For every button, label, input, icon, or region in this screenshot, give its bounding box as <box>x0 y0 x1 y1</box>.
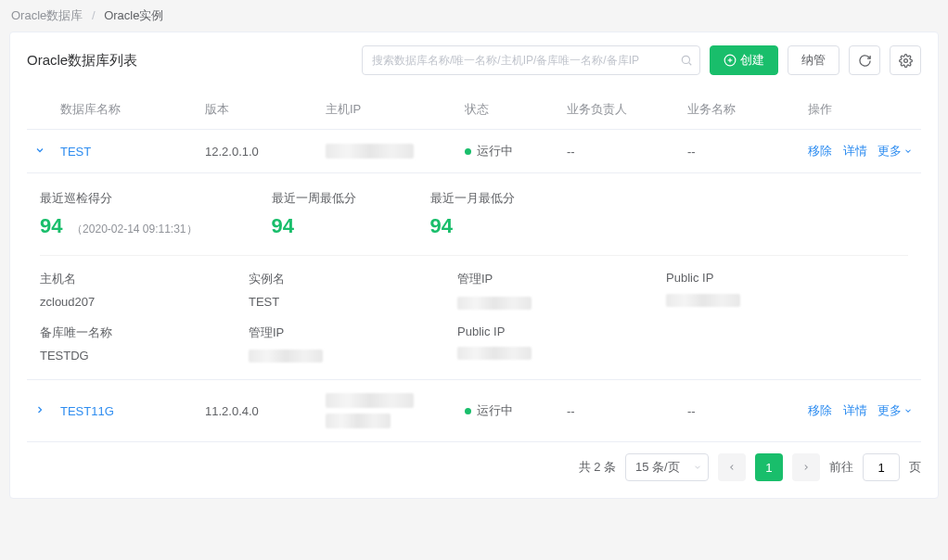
remove-link[interactable]: 移除 <box>808 144 832 158</box>
settings-button[interactable] <box>890 45 921 75</box>
create-button[interactable]: 创建 <box>710 45 778 75</box>
score-month-label: 最近一月最低分 <box>430 190 515 207</box>
score-recent-label: 最近巡检得分 <box>40 190 198 207</box>
pagination: 共 2 条 15 条/页 1 前往 页 <box>27 442 921 485</box>
page-title: Oracle数据库列表 <box>27 52 352 70</box>
db-version: 12.2.0.1.0 <box>198 130 318 173</box>
host-value: zcloud207 <box>40 295 193 309</box>
col-actions: 操作 <box>801 88 921 130</box>
expand-toggle[interactable] <box>34 145 45 156</box>
pagination-total: 共 2 条 <box>579 459 616 476</box>
breadcrumb-parent[interactable]: Oracle数据库 <box>11 8 83 22</box>
goto-suffix: 页 <box>909 459 921 476</box>
remove-link[interactable]: 移除 <box>808 403 832 417</box>
row-actions: 移除 详情 更多 <box>801 380 921 442</box>
mgmt-ip-label2: 管理IP <box>249 325 402 341</box>
expanded-detail-row: 最近巡检得分 94 （2020-02-14 09:11:31） 最近一周最低分 … <box>27 173 921 380</box>
public-ip-label2: Public IP <box>457 325 610 338</box>
table-row: TEST11G 11.2.0.4.0 运行中 -- -- 移除 详情 更多 <box>27 380 921 442</box>
score-week-label: 最近一周最低分 <box>272 190 356 207</box>
col-status: 状态 <box>457 88 559 130</box>
db-biz: -- <box>680 380 801 442</box>
more-link[interactable]: 更多 <box>878 402 913 419</box>
score-month-value: 94 <box>430 214 453 238</box>
breadcrumb-separator: / <box>92 8 96 22</box>
col-name: 数据库名称 <box>53 88 198 130</box>
table-header-row: 数据库名称 版本 主机IP 状态 业务负责人 业务名称 操作 <box>27 88 921 130</box>
mgmt-ip-value <box>457 295 610 310</box>
page-number-button[interactable]: 1 <box>755 453 783 481</box>
instance-label: 实例名 <box>249 271 402 287</box>
db-version: 11.2.0.4.0 <box>198 380 318 442</box>
public-ip-label: Public IP <box>666 271 819 285</box>
goto-page-input[interactable] <box>863 453 900 481</box>
main-panel: Oracle数据库列表 创建 纳管 <box>9 32 939 499</box>
db-owner: -- <box>559 380 680 442</box>
next-page-button[interactable] <box>792 453 820 481</box>
search-input[interactable] <box>362 45 700 75</box>
gear-icon <box>899 54 913 68</box>
public-ip-value <box>666 292 819 307</box>
db-owner: -- <box>559 130 680 173</box>
chevron-down-icon <box>903 406 913 415</box>
col-host-ip: 主机IP <box>318 88 457 130</box>
table-row: TEST 12.2.0.1.0 运行中 -- -- 移除 详情 更多 <box>27 130 921 173</box>
chevron-left-icon <box>727 463 737 472</box>
instance-value: TEST <box>249 295 402 309</box>
more-link[interactable]: 更多 <box>878 143 913 159</box>
status-dot-icon <box>465 408 471 414</box>
db-biz: -- <box>680 130 801 173</box>
standby-label: 备库唯一名称 <box>40 325 193 341</box>
database-table: 数据库名称 版本 主机IP 状态 业务负责人 业务名称 操作 <box>27 88 921 442</box>
manage-button[interactable]: 纳管 <box>788 45 839 75</box>
db-status: 运行中 <box>457 380 559 442</box>
page-size-select[interactable]: 15 条/页 <box>625 453 709 481</box>
mgmt-ip-value2 <box>249 349 402 363</box>
chevron-right-icon <box>801 463 811 472</box>
expand-toggle[interactable] <box>34 404 45 415</box>
score-recent-ts: （2020-02-14 09:11:31） <box>71 223 197 235</box>
plus-icon <box>724 54 737 67</box>
detail-link[interactable]: 详情 <box>843 403 867 417</box>
detail-link[interactable]: 详情 <box>843 144 867 158</box>
chevron-down-icon <box>903 146 913 156</box>
public-ip-value2 <box>457 346 610 361</box>
svg-point-5 <box>903 58 907 62</box>
col-owner: 业务负责人 <box>559 88 680 130</box>
page-size-label: 15 条/页 <box>635 459 680 476</box>
score-recent-value: 94 <box>40 214 62 238</box>
host-label: 主机名 <box>40 271 193 287</box>
mgmt-ip-label: 管理IP <box>457 271 610 287</box>
standby-value: TESTDG <box>40 349 193 363</box>
manage-button-label: 纳管 <box>801 52 826 69</box>
row-actions: 移除 详情 更多 <box>801 130 921 173</box>
detail-panel: 最近巡检得分 94 （2020-02-14 09:11:31） 最近一周最低分 … <box>27 173 921 379</box>
goto-prefix: 前往 <box>829 459 853 476</box>
breadcrumb-current: Oracle实例 <box>104 8 163 22</box>
prev-page-button[interactable] <box>718 453 746 481</box>
db-host-ip <box>318 380 457 442</box>
panel-header: Oracle数据库列表 创建 纳管 <box>10 32 938 88</box>
col-version: 版本 <box>198 88 318 130</box>
chevron-down-icon <box>693 463 702 472</box>
db-status: 运行中 <box>457 130 559 173</box>
score-week-value: 94 <box>272 214 294 238</box>
create-button-label: 创建 <box>740 52 764 69</box>
search-box[interactable] <box>362 45 700 75</box>
col-biz-name: 业务名称 <box>680 88 801 130</box>
db-name-link[interactable]: TEST11G <box>60 404 114 418</box>
refresh-icon <box>858 54 872 68</box>
table-container: 数据库名称 版本 主机IP 状态 业务负责人 业务名称 操作 <box>10 88 938 498</box>
db-host-ip <box>318 130 457 173</box>
db-name-link[interactable]: TEST <box>60 145 91 159</box>
breadcrumb: Oracle数据库 / Oracle实例 <box>0 0 948 32</box>
status-dot-icon <box>465 148 471 155</box>
refresh-button[interactable] <box>849 45 880 75</box>
